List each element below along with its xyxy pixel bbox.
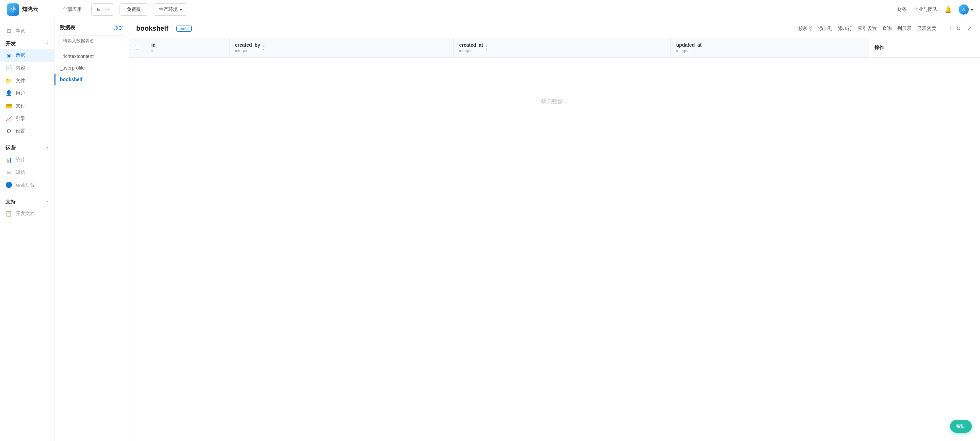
app-selector-chevron: ▾ — [107, 3, 109, 16]
sidebar-data-label: 数据 — [16, 53, 25, 59]
support-section-header[interactable]: 支持 ∧ — [0, 195, 54, 207]
th-ops-main: 操作 — [875, 45, 975, 51]
refresh-btn[interactable]: ↻ — [955, 24, 962, 33]
sidebar-item-file[interactable]: 📁 文件 — [0, 74, 54, 87]
file-icon: 📁 — [5, 77, 12, 84]
th-id: id id — [146, 38, 229, 58]
display-density-btn[interactable]: 显示密度 — [916, 24, 937, 33]
env-chevron: ▾ — [180, 7, 182, 12]
env-selector[interactable]: 生产环境 ▾ — [154, 3, 187, 16]
stats-icon: 📊 — [5, 157, 12, 163]
grid-icon: ⊞ — [5, 27, 12, 34]
sidebar-item-content[interactable]: 📄 内容 — [0, 62, 54, 74]
created-by-sort[interactable]: ▲ ▼ — [262, 45, 265, 51]
engine-icon: 📈 — [5, 115, 12, 121]
sidebar-item-dev-docs[interactable]: 📋 开发文档 — [0, 207, 54, 220]
table-list-item-richtextcontent[interactable]: _richtextcontent — [54, 50, 129, 62]
data-icon: ◉ — [5, 52, 12, 59]
th-created-at-main: created_at — [459, 42, 483, 48]
avatar-image: A — [959, 5, 969, 14]
validate-btn[interactable]: 校验器 — [798, 24, 813, 33]
empty-row: 暂无数据～ — [129, 58, 980, 147]
sidebar-item-guide[interactable]: ⊞ 导览 — [0, 24, 54, 37]
support-section-chevron: ∧ — [46, 200, 49, 204]
sms-icon: ✉ — [5, 169, 12, 176]
free-version-btn[interactable]: 免费版 — [119, 3, 148, 16]
sidebar-item-engine[interactable]: 📈 引擎 — [0, 112, 54, 125]
th-created-by-sub: integer — [235, 48, 260, 53]
avatar-chevron: ▾ — [971, 7, 973, 12]
add-table-btn[interactable]: 添加 — [114, 25, 124, 31]
table-head: id id created_by integer — [129, 38, 980, 58]
settings-icon: ⚙ — [5, 128, 12, 134]
dev-section-header[interactable]: 开发 ∧ — [0, 37, 54, 49]
more-btn[interactable]: ··· — [941, 24, 946, 33]
select-all-checkbox[interactable] — [135, 45, 139, 50]
ops-section-title: 运营 — [5, 145, 16, 151]
env-label: 生产环境 — [159, 6, 178, 13]
sidebar: ⊞ 导览 开发 ∧ ◉ 数据 📄 内容 📁 文件 👤 用户 💳 支付 📈 — [0, 19, 54, 441]
expand-btn[interactable]: ⤢ — [966, 24, 973, 33]
sidebar-item-ops-backend[interactable]: 🔵 运营后台 — [0, 179, 54, 191]
sidebar-item-sms[interactable]: ✉ 短信 — [0, 166, 54, 179]
table-list-title: 数据表 — [60, 24, 75, 31]
th-updated-at: updated_at integer — [670, 38, 869, 58]
ops-section-header[interactable]: 运营 ∧ — [0, 141, 54, 153]
meta-badge: meta — [177, 26, 192, 32]
empty-state: 暂无数据～ — [129, 58, 980, 147]
logo-area[interactable]: 小 知晓云 — [7, 3, 48, 16]
table-list-panel: 数据表 添加 _richtextcontent _userprofile boo… — [54, 19, 129, 441]
user-avatar[interactable]: A ▾ — [959, 5, 973, 14]
logo-icon: 小 — [7, 3, 19, 16]
sidebar-item-settings[interactable]: ⚙ 设置 — [0, 125, 54, 137]
dev-section-title: 开发 — [5, 40, 16, 47]
th-updated-at-main: updated_at — [676, 42, 863, 48]
table-list-item-userprofile[interactable]: _userprofile — [54, 62, 129, 74]
finance-link[interactable]: 财务 — [897, 6, 907, 13]
toolbar-actions: 校验器 添加列 添加行 索引设置 查询 列展示 显示密度 ··· ↻ ⤢ — [798, 24, 973, 33]
table-list-header: 数据表 添加 — [54, 24, 129, 35]
created-at-sort[interactable]: ▲ ▼ — [485, 45, 488, 51]
team-link[interactable]: 企业与团队 — [913, 6, 937, 13]
table-body: 暂无数据～ — [129, 58, 980, 147]
notification-bell-icon[interactable]: 🔔 — [944, 6, 952, 13]
pay-icon: 💳 — [5, 102, 12, 109]
sidebar-item-stats[interactable]: 📊 统计 — [0, 153, 54, 166]
table-header-row: id id created_by integer — [129, 38, 980, 58]
app-selector-label: ··· — [102, 3, 106, 16]
sidebar-pay-label: 支付 — [16, 103, 25, 109]
th-ops: 操作 — [869, 38, 980, 58]
th-created-by: created_by integer ▲ ▼ — [229, 38, 453, 58]
logo-text: 知晓云 — [22, 6, 38, 13]
add-col-btn[interactable]: 添加列 — [818, 24, 833, 33]
col-display-btn[interactable]: 列展示 — [897, 24, 912, 33]
sidebar-content-label: 内容 — [16, 65, 25, 71]
th-created-by-main: created_by — [235, 42, 260, 48]
help-btn[interactable]: 帮助 — [950, 420, 972, 433]
query-btn[interactable]: 查询 — [881, 24, 892, 33]
sidebar-guide-label: 导览 — [16, 28, 25, 34]
table-list-item-bookshelf[interactable]: bookshelf — [54, 74, 129, 85]
app-icon: 🖥 — [96, 3, 101, 16]
add-row-btn[interactable]: 添加行 — [837, 24, 853, 33]
th-checkbox[interactable] — [129, 38, 146, 58]
top-navigation: 小 知晓云 全部应用 🖥 ··· ▾ 免费版 生产环境 ▾ 财务 企业与团队 🔔… — [0, 0, 980, 19]
app-selector[interactable]: 🖥 ··· ▾ — [91, 3, 114, 16]
sort-down-icon: ▼ — [485, 48, 488, 51]
app-selector-btn[interactable]: 🖥 ··· ▾ — [92, 3, 114, 16]
all-apps-link[interactable]: 全部应用 — [59, 6, 86, 13]
content-icon: 📄 — [5, 65, 12, 71]
sidebar-item-pay[interactable]: 💳 支付 — [0, 99, 54, 112]
sidebar-stats-label: 统计 — [16, 157, 25, 163]
index-settings-btn[interactable]: 索引设置 — [857, 24, 878, 33]
toolbar-divider — [950, 26, 951, 31]
table-search-input[interactable] — [59, 35, 125, 46]
ops-backend-icon: 🔵 — [5, 182, 12, 188]
sidebar-user-label: 用户 — [16, 90, 25, 96]
sidebar-engine-label: 引擎 — [16, 115, 25, 121]
sidebar-item-user[interactable]: 👤 用户 — [0, 87, 54, 99]
sidebar-ops-backend-label: 运营后台 — [16, 182, 35, 188]
dev-docs-icon: 📋 — [5, 210, 12, 217]
sidebar-item-data[interactable]: ◉ 数据 — [0, 49, 54, 62]
data-toolbar: bookshelf meta 校验器 添加列 添加行 索引设置 查询 列展示 显… — [129, 19, 980, 38]
